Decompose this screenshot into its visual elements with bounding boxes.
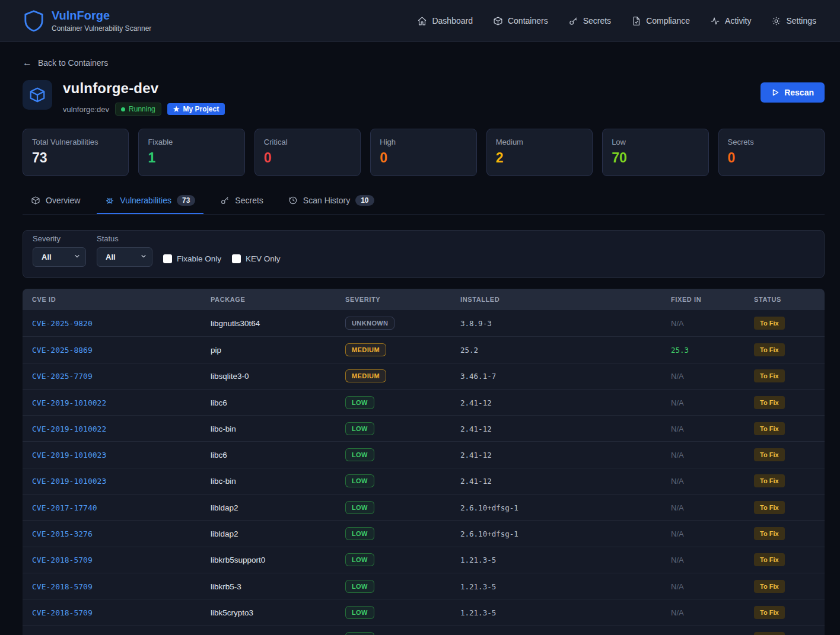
star-icon: ★ bbox=[173, 105, 180, 113]
brand: VulnForge Container Vulnerability Scanne… bbox=[24, 9, 151, 33]
cve-id-link[interactable]: CVE-2017-17740 bbox=[32, 503, 97, 512]
severity-badge: LOW bbox=[345, 606, 374, 619]
project-badge-label: My Project bbox=[183, 105, 219, 113]
stat-card-fixable: Fixable1 bbox=[138, 129, 244, 176]
tab-scan-history[interactable]: Scan History10 bbox=[280, 189, 383, 214]
nav-item-secrets[interactable]: Secrets bbox=[568, 16, 611, 26]
package-name: libc6 bbox=[211, 398, 227, 407]
fixed-in-version: N/A bbox=[671, 503, 684, 512]
table-row: CVE-2019-1010023libc6LOW2.41-12N/ATo Fix bbox=[23, 441, 825, 467]
tab-count-badge: 10 bbox=[355, 195, 374, 206]
cve-id-link[interactable]: CVE-2015-3276 bbox=[32, 529, 93, 538]
package-name: libkrb5support0 bbox=[211, 556, 265, 564]
nav-item-activity[interactable]: Activity bbox=[710, 16, 751, 26]
status-to-fix-badge[interactable]: To Fix bbox=[754, 606, 785, 619]
tab-vulnerabilities[interactable]: Vulnerabilities73 bbox=[97, 189, 203, 214]
fixed-in-version: N/A bbox=[671, 582, 684, 591]
cve-id-link[interactable]: CVE-2019-1010023 bbox=[32, 451, 106, 460]
nav-item-settings[interactable]: Settings bbox=[771, 16, 816, 26]
kev-only-checkbox-row[interactable]: KEV Only bbox=[232, 254, 281, 263]
installed-version: 2.41-12 bbox=[460, 398, 492, 407]
fixed-in-version: N/A bbox=[671, 425, 684, 433]
container-meta: vulnforge:dev Running ★ My Project bbox=[63, 103, 225, 116]
cve-id-link[interactable]: CVE-2025-7709 bbox=[32, 372, 93, 381]
stat-value: 73 bbox=[32, 150, 119, 166]
nav-item-containers[interactable]: Containers bbox=[493, 16, 548, 26]
status-select[interactable]: All bbox=[97, 247, 152, 267]
brand-name: VulnForge bbox=[52, 9, 151, 23]
severity-badge: MEDIUM bbox=[345, 369, 386, 382]
status-to-fix-badge[interactable]: To Fix bbox=[754, 343, 785, 356]
status-to-fix-badge[interactable]: To Fix bbox=[754, 317, 785, 330]
status-to-fix-badge[interactable]: To Fix bbox=[754, 474, 785, 487]
cve-id-link[interactable]: CVE-2025-8869 bbox=[32, 346, 93, 355]
cve-id-link[interactable]: CVE-2019-1010022 bbox=[32, 398, 106, 407]
cve-id-link[interactable]: CVE-2018-5709 bbox=[32, 582, 93, 591]
rescan-label: Rescan bbox=[784, 88, 814, 97]
severity-badge: LOW bbox=[345, 448, 374, 461]
stat-value: 0 bbox=[728, 150, 815, 166]
severity-badge: MEDIUM bbox=[345, 343, 386, 356]
status-to-fix-badge[interactable]: To Fix bbox=[754, 580, 785, 593]
kev-only-checkbox[interactable] bbox=[232, 254, 241, 263]
cube-icon bbox=[28, 86, 46, 104]
cve-id-link[interactable]: CVE-2025-9820 bbox=[32, 319, 93, 328]
table-row: CVE-2018-5709libkrb5support0LOW1.21.3-5N… bbox=[23, 547, 825, 573]
cve-id-link[interactable]: CVE-2018-5709 bbox=[32, 556, 93, 564]
cve-id-link[interactable]: CVE-2019-1010022 bbox=[32, 425, 106, 433]
fixable-only-checkbox[interactable] bbox=[163, 254, 172, 263]
installed-version: 25.2 bbox=[460, 346, 478, 355]
running-dot-icon bbox=[121, 107, 125, 111]
nav-item-compliance[interactable]: Compliance bbox=[631, 16, 690, 26]
container-image-tag: vulnforge:dev bbox=[63, 105, 109, 114]
cve-id-link[interactable]: CVE-2019-1010023 bbox=[32, 477, 106, 486]
status-to-fix-badge[interactable]: To Fix bbox=[754, 422, 785, 435]
status-to-fix-badge[interactable]: To Fix bbox=[754, 396, 785, 409]
page: ← Back to Containers vulnforge-dev vulnf… bbox=[0, 58, 840, 635]
tab-secrets[interactable]: Secrets bbox=[212, 189, 271, 214]
back-to-containers-link[interactable]: ← Back to Containers bbox=[23, 58, 825, 68]
severity-select[interactable]: All bbox=[33, 247, 86, 267]
status-filter-group: Status All bbox=[97, 234, 152, 267]
status-to-fix-badge[interactable]: To Fix bbox=[754, 527, 785, 540]
tab-overview[interactable]: Overview bbox=[23, 189, 88, 214]
column-header-installed: INSTALLED bbox=[451, 296, 661, 303]
rescan-button[interactable]: Rescan bbox=[761, 82, 825, 103]
installed-version: 2.41-12 bbox=[460, 425, 492, 433]
status-to-fix-badge[interactable]: To Fix bbox=[754, 632, 785, 635]
stat-value: 70 bbox=[612, 150, 699, 166]
severity-badge: LOW bbox=[345, 553, 374, 566]
stat-card-critical: Critical0 bbox=[254, 129, 361, 176]
fixed-in-version: N/A bbox=[671, 451, 684, 460]
severity-badge: LOW bbox=[345, 422, 374, 435]
container-avatar bbox=[23, 80, 52, 110]
container-title: vulnforge-dev bbox=[63, 80, 225, 97]
status-to-fix-badge[interactable]: To Fix bbox=[754, 553, 785, 566]
installed-version: 2.6.10+dfsg-1 bbox=[460, 503, 518, 512]
package-name: libc-bin bbox=[211, 477, 236, 486]
status-to-fix-badge[interactable]: To Fix bbox=[754, 448, 785, 461]
severity-badge: LOW bbox=[345, 474, 374, 487]
stat-card-secrets: Secrets0 bbox=[718, 129, 825, 176]
project-badge[interactable]: ★ My Project bbox=[167, 103, 225, 115]
severity-badge: LOW bbox=[345, 396, 374, 409]
nav-item-dashboard[interactable]: Dashboard bbox=[417, 16, 473, 26]
running-label: Running bbox=[129, 105, 155, 113]
severity-badge: LOW bbox=[345, 580, 374, 593]
stat-label: Critical bbox=[264, 138, 351, 146]
package-name: libsqlite3-0 bbox=[211, 372, 249, 381]
key-icon bbox=[220, 196, 230, 205]
status-to-fix-badge[interactable]: To Fix bbox=[754, 501, 785, 514]
table-row: CVE-2017-17740libldap2LOW2.6.10+dfsg-1N/… bbox=[23, 494, 825, 520]
installed-version: 1.21.3-5 bbox=[460, 582, 496, 591]
installed-version: 2.6.10+dfsg-1 bbox=[460, 529, 518, 538]
severity-filter-group: Severity All bbox=[33, 234, 86, 267]
status-to-fix-badge[interactable]: To Fix bbox=[754, 369, 785, 382]
installed-version: 3.46.1-7 bbox=[460, 372, 496, 381]
installed-version: 1.21.3-5 bbox=[460, 556, 496, 564]
cve-id-link[interactable]: CVE-2018-5709 bbox=[32, 608, 93, 617]
table-row: CVE-2025-8869pipMEDIUM25.225.3To Fix bbox=[23, 336, 825, 362]
fixable-only-checkbox-row[interactable]: Fixable Only bbox=[163, 254, 221, 263]
table-row: CVE-2018-5709libgssapi-krb5-2LOW1.21.3-5… bbox=[23, 626, 825, 635]
nav-item-label: Containers bbox=[508, 16, 548, 25]
